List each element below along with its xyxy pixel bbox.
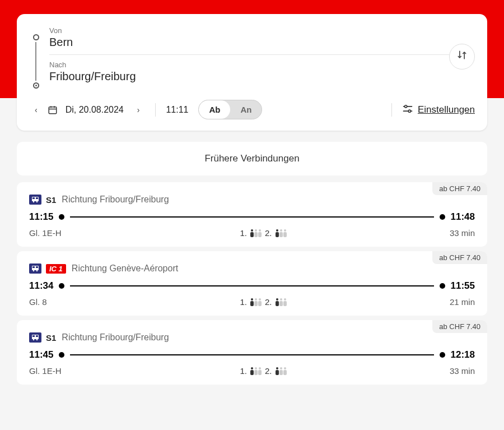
from-label: Von bbox=[49, 26, 475, 35]
svg-point-17 bbox=[36, 270, 38, 271]
duration-label: 33 min bbox=[408, 228, 475, 238]
svg-rect-20 bbox=[36, 335, 38, 337]
connection-footer: Gl. 1E-H1.2.33 min bbox=[29, 366, 475, 376]
occupancy: 1.2. bbox=[119, 366, 408, 376]
end-dot-icon bbox=[440, 283, 445, 289]
second-class-label: 2. bbox=[265, 297, 272, 307]
svg-point-22 bbox=[36, 339, 38, 340]
timeline-line bbox=[70, 216, 433, 218]
person-icon bbox=[258, 229, 262, 237]
train-icon bbox=[29, 263, 41, 274]
connection-card[interactable]: ab CHF 7.40S1Richtung Fribourg/Freiburg1… bbox=[17, 182, 487, 247]
connection-card[interactable]: ab CHF 7.40IC 1Richtung Genève-Aéroport1… bbox=[17, 251, 487, 316]
svg-rect-0 bbox=[49, 107, 57, 113]
person-icon bbox=[250, 367, 254, 375]
start-dot-icon bbox=[59, 352, 64, 358]
timeline: 11:1511:48 bbox=[29, 211, 475, 223]
options-row: ‹ Di, 20.08.2024 › 11:11 Ab An bbox=[17, 89, 487, 131]
first-class-label: 1. bbox=[240, 228, 247, 238]
line-badge: IC 1 bbox=[46, 264, 66, 274]
departure-time: 11:45 bbox=[29, 349, 53, 360]
arrival-time: 12:18 bbox=[451, 349, 475, 360]
start-dot-icon bbox=[59, 214, 64, 220]
from-value: Bern bbox=[49, 36, 475, 49]
svg-point-5 bbox=[405, 105, 407, 107]
departure-time: 11:15 bbox=[29, 211, 53, 223]
connection-header: IC 1Richtung Genève-Aéroport bbox=[29, 263, 475, 274]
earlier-connections-button[interactable]: Frühere Verbindungen bbox=[17, 142, 487, 175]
search-card: Von Bern Nach Fribourg/Freiburg ‹ bbox=[17, 14, 487, 131]
svg-point-16 bbox=[33, 270, 34, 271]
person-icon bbox=[258, 298, 262, 306]
person-icon bbox=[254, 229, 258, 237]
platform-label: Gl. 1E-H bbox=[29, 366, 119, 376]
person-icon bbox=[283, 298, 287, 306]
second-class-label: 2. bbox=[265, 228, 272, 238]
person-icon bbox=[276, 367, 279, 375]
timeline-line bbox=[70, 285, 433, 286]
separator bbox=[155, 103, 156, 117]
origin-dot-icon bbox=[33, 34, 39, 40]
route-connector-line bbox=[35, 42, 36, 81]
svg-point-7 bbox=[408, 110, 410, 112]
svg-rect-14 bbox=[32, 266, 35, 268]
date-display[interactable]: Di, 20.08.2024 bbox=[66, 105, 124, 115]
duration-label: 33 min bbox=[408, 366, 475, 376]
departure-time: 11:34 bbox=[29, 280, 53, 292]
end-dot-icon bbox=[440, 352, 445, 358]
results-list: Frühere Verbindungen ab CHF 7.40S1Richtu… bbox=[17, 142, 487, 385]
person-icon bbox=[254, 298, 258, 306]
person-icon bbox=[279, 367, 283, 375]
calendar-icon[interactable] bbox=[48, 105, 58, 115]
toggle-an[interactable]: An bbox=[230, 100, 262, 119]
person-icon bbox=[276, 229, 279, 237]
person-icon bbox=[250, 298, 254, 306]
next-date-button[interactable]: › bbox=[132, 103, 146, 117]
to-label: Nach bbox=[49, 61, 475, 69]
svg-rect-9 bbox=[32, 197, 35, 199]
settings-icon bbox=[402, 104, 413, 116]
dep-arr-toggle: Ab An bbox=[198, 100, 262, 119]
swap-icon bbox=[456, 49, 468, 63]
to-value: Fribourg/Freiburg bbox=[49, 70, 475, 83]
person-icon bbox=[279, 298, 283, 306]
arrival-time: 11:55 bbox=[451, 280, 475, 292]
person-icon bbox=[254, 367, 258, 375]
occupancy: 1.2. bbox=[119, 228, 408, 238]
from-field[interactable]: Von Bern bbox=[49, 24, 475, 54]
svg-point-12 bbox=[36, 201, 38, 202]
connection-footer: Gl. 1E-H1.2.33 min bbox=[29, 228, 475, 238]
train-icon bbox=[29, 332, 41, 343]
connection-card[interactable]: ab CHF 7.40S1Richtung Fribourg/Freiburg1… bbox=[17, 320, 487, 385]
direction-label: Richtung Genève-Aéroport bbox=[72, 263, 178, 274]
line-label: S1 bbox=[46, 195, 56, 205]
second-class-label: 2. bbox=[265, 366, 272, 376]
svg-rect-10 bbox=[36, 197, 38, 199]
to-field[interactable]: Nach Fribourg/Freiburg bbox=[49, 54, 475, 89]
timeline: 11:3411:55 bbox=[29, 280, 475, 292]
svg-point-11 bbox=[33, 201, 34, 202]
platform-label: Gl. 8 bbox=[29, 297, 119, 307]
occupancy: 1.2. bbox=[119, 297, 408, 307]
timeline: 11:4512:18 bbox=[29, 349, 475, 360]
start-dot-icon bbox=[59, 283, 64, 289]
settings-link[interactable]: Einstellungen bbox=[402, 104, 475, 116]
connection-header: S1Richtung Fribourg/Freiburg bbox=[29, 195, 475, 205]
train-icon bbox=[29, 195, 41, 205]
price-tag: ab CHF 7.40 bbox=[432, 182, 487, 195]
person-icon bbox=[283, 229, 287, 237]
swap-button[interactable] bbox=[449, 44, 475, 70]
route-fields: Von Bern Nach Fribourg/Freiburg bbox=[49, 24, 475, 89]
prev-date-button[interactable]: ‹ bbox=[29, 103, 43, 117]
timeline-line bbox=[70, 354, 433, 355]
connection-footer: Gl. 81.2.21 min bbox=[29, 297, 475, 307]
toggle-ab[interactable]: Ab bbox=[199, 100, 230, 119]
time-display[interactable]: 11:11 bbox=[166, 105, 188, 115]
settings-label: Einstellungen bbox=[418, 104, 475, 115]
platform-label: Gl. 1E-H bbox=[29, 228, 119, 238]
price-tag: ab CHF 7.40 bbox=[432, 251, 487, 264]
person-icon bbox=[258, 367, 262, 375]
person-icon bbox=[276, 298, 279, 306]
duration-label: 21 min bbox=[408, 297, 475, 307]
destination-dot-icon bbox=[33, 82, 39, 89]
